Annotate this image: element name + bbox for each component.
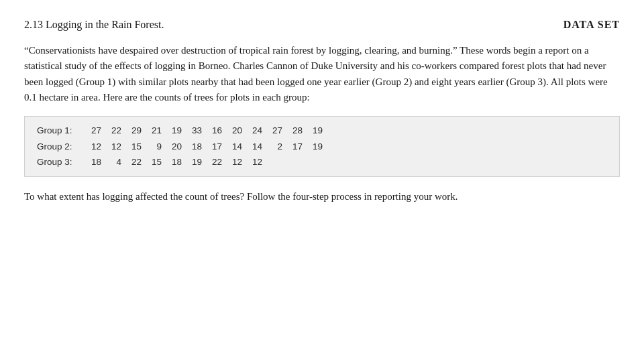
group-values: 272229211933162024272819	[85, 123, 327, 138]
group-label: Group 2:	[37, 139, 85, 154]
data-cell: 28	[286, 123, 307, 138]
group-values: 1212159201817141421719	[85, 139, 327, 154]
data-cell: 19	[307, 123, 327, 138]
data-cell: 19	[307, 139, 327, 154]
data-cell: 19	[166, 123, 186, 138]
data-set-label: DATA SET	[564, 19, 620, 31]
section-title: 2.13 Logging in the Rain Forest.	[24, 19, 164, 31]
data-cell: 24	[246, 123, 266, 138]
data-cell: 15	[146, 155, 166, 170]
group-label: Group 1:	[37, 123, 85, 138]
data-cell: 12	[105, 139, 125, 154]
data-cell: 18	[186, 139, 206, 154]
data-cell: 12	[226, 155, 246, 170]
page: 2.13 Logging in the Rain Forest. DATA SE…	[0, 0, 644, 362]
data-cell: 29	[125, 123, 146, 138]
group-label: Group 3:	[37, 155, 85, 170]
data-cell: 12	[85, 139, 105, 154]
data-cell: 22	[125, 155, 146, 170]
data-cell: 27	[266, 123, 286, 138]
data-cell: 17	[286, 139, 307, 154]
data-cell: 2	[266, 139, 286, 154]
group-values: 18422151819221212	[85, 155, 266, 170]
header-row: 2.13 Logging in the Rain Forest. DATA SE…	[24, 19, 620, 31]
data-cell: 18	[166, 155, 186, 170]
data-cell: 20	[166, 139, 186, 154]
data-cell: 9	[146, 139, 166, 154]
data-cell: 17	[206, 139, 226, 154]
data-cell: 15	[125, 139, 146, 154]
table-row: Group 1:272229211933162024272819	[37, 123, 607, 138]
data-cell: 19	[186, 155, 206, 170]
closing-text: To what extent has logging affected the …	[24, 189, 620, 204]
data-cell: 14	[246, 139, 266, 154]
data-cell: 27	[85, 123, 105, 138]
data-cell: 4	[105, 155, 125, 170]
data-cell: 20	[226, 123, 246, 138]
data-cell: 14	[226, 139, 246, 154]
data-cell: 22	[206, 155, 226, 170]
data-table: Group 1:272229211933162024272819Group 2:…	[24, 116, 620, 177]
data-cell: 33	[186, 123, 206, 138]
body-paragraph: “Conservationists have despaired over de…	[24, 43, 620, 105]
data-cell: 22	[105, 123, 125, 138]
table-row: Group 2:1212159201817141421719	[37, 139, 607, 154]
data-cell: 12	[246, 155, 266, 170]
table-row: Group 3:18422151819221212	[37, 155, 607, 170]
data-cell: 21	[146, 123, 166, 138]
data-cell: 18	[85, 155, 105, 170]
data-cell: 16	[206, 123, 226, 138]
